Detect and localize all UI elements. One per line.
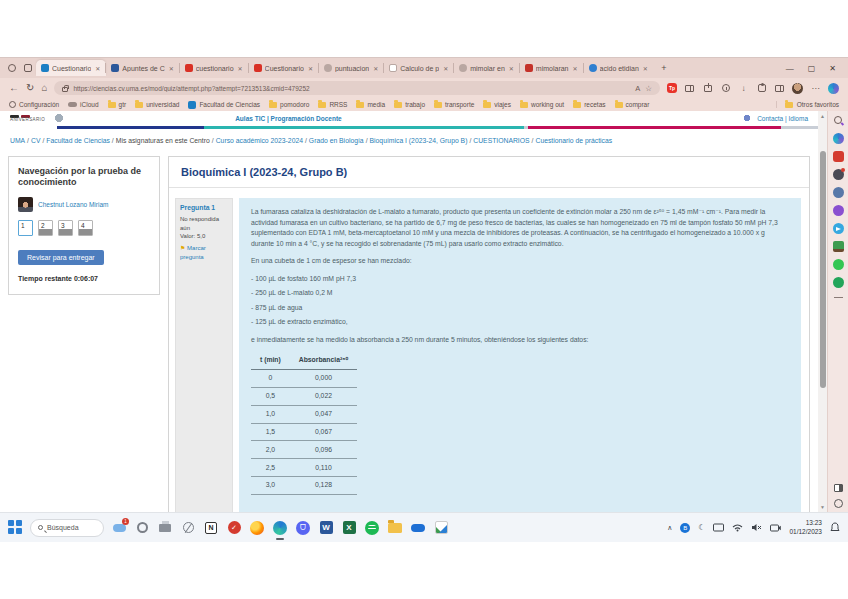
more-menu-icon[interactable]: ⋯ — [810, 83, 821, 94]
translate-icon[interactable]: Tp — [667, 83, 677, 93]
firefox-icon[interactable] — [249, 520, 265, 536]
breadcrumb-uma[interactable]: UMA — [10, 137, 25, 144]
bookmark-facultad-ciencias[interactable]: Facultad de Ciencias — [188, 101, 260, 109]
bookmark-folder-comprar[interactable]: comprar — [615, 101, 650, 108]
tab-mimolar[interactable]: mimolar en ✕ — [454, 60, 520, 76]
tab-close-icon[interactable]: ✕ — [572, 65, 579, 72]
contact-language-links[interactable]: Contacta | Idioma — [757, 115, 808, 122]
tab-close-icon[interactable]: ✕ — [508, 65, 515, 72]
sidebar-tree-icon[interactable] — [833, 241, 844, 252]
bookmark-folder-media[interactable]: media — [356, 101, 385, 108]
breadcrumb-curso[interactable]: Curso académico 2023-2024 — [216, 137, 303, 144]
sidebar-search-icon[interactable] — [833, 115, 844, 126]
security-icon[interactable]: ✓ — [226, 520, 242, 536]
back-icon[interactable]: ← — [9, 83, 19, 93]
clock[interactable]: 13:23 01/12/2023 — [789, 519, 822, 535]
wifi-icon[interactable] — [732, 523, 743, 532]
tab-actions-icon[interactable] — [22, 62, 34, 74]
tab-cuestionario-pdf2[interactable]: Cuestionario ✕ — [249, 60, 319, 76]
tab-close-icon[interactable]: ✕ — [237, 65, 244, 72]
sidebar-settings-icon[interactable] — [834, 499, 843, 508]
tab-close-icon[interactable]: ✕ — [168, 65, 175, 72]
bookmark-folder-rrss[interactable]: RRSS — [318, 101, 347, 108]
breadcrumb-grado[interactable]: Grado en Biología — [309, 137, 364, 144]
question-button-4[interactable]: 4 — [78, 220, 93, 236]
tab-close-icon[interactable]: ✕ — [372, 65, 379, 72]
sidebar-tools-icon[interactable] — [833, 169, 844, 180]
start-button[interactable] — [8, 520, 23, 535]
file-explorer-icon[interactable] — [387, 520, 403, 536]
bookmark-folder-universidad[interactable]: universidad — [135, 101, 179, 108]
bookmark-folder-viajes[interactable]: viajes — [483, 101, 511, 108]
read-aloud-icon[interactable]: A — [635, 84, 640, 93]
user-avatar[interactable] — [18, 197, 33, 212]
tab-acido[interactable]: acido etidian ✕ — [584, 60, 654, 76]
volume-muted-icon[interactable] — [751, 523, 762, 532]
tab-mimolaran[interactable]: mimolaran ✕ — [520, 60, 584, 76]
tab-close-icon[interactable]: ✕ — [442, 65, 449, 72]
question-button-1[interactable]: 1 — [18, 220, 33, 236]
copilot-icon[interactable] — [828, 83, 839, 94]
finish-attempt-button[interactable]: Revisar para entregar — [18, 250, 104, 265]
tab-close-icon[interactable]: ✕ — [94, 65, 101, 72]
camera-icon[interactable] — [770, 523, 781, 532]
collections-icon[interactable] — [702, 83, 713, 94]
minimize-button[interactable]: — — [786, 64, 794, 73]
tab-puntuacion[interactable]: puntuacion ✕ — [319, 60, 384, 76]
discord-icon[interactable]: ᗜ — [295, 520, 311, 536]
new-tab-button[interactable]: + — [657, 63, 671, 73]
downloads-icon[interactable]: ↓ — [738, 83, 749, 94]
favorite-star-icon[interactable]: ☆ — [645, 84, 652, 93]
tab-close-icon[interactable]: ✕ — [307, 65, 314, 72]
question-button-3[interactable]: 3 — [58, 220, 73, 236]
bookmark-folder-trabajo[interactable]: trabajo — [394, 101, 425, 108]
breadcrumb-facultad[interactable]: Facultad de Ciencias — [46, 137, 109, 144]
weather-widget-icon[interactable]: 1 — [111, 520, 127, 536]
sidebar-copilot-icon[interactable] — [833, 133, 844, 144]
sidebar-designer-icon[interactable] — [833, 187, 844, 198]
sidebar-whatsapp-icon[interactable] — [833, 259, 844, 270]
sidebar-games-icon[interactable] — [833, 205, 844, 216]
page-scrollbar[interactable]: ▲ ▼ — [818, 111, 827, 512]
extensions-icon[interactable] — [756, 83, 767, 94]
edge-icon-active[interactable] — [272, 520, 288, 536]
spotify-icon[interactable] — [364, 520, 380, 536]
maximize-button[interactable]: ▢ — [808, 64, 816, 73]
excel-icon[interactable]: X — [341, 520, 357, 536]
breadcrumb-cuestionarios[interactable]: CUESTIONARIOS — [473, 137, 529, 144]
split-screen-icon[interactable] — [684, 83, 695, 94]
tab-calculo[interactable]: Calculo de p ✕ — [384, 60, 454, 76]
flag-question-link[interactable]: ⚑ Marcar pregunta — [180, 244, 228, 261]
bookmark-folder-gtr[interactable]: gtr — [108, 101, 127, 108]
printer-icon[interactable] — [157, 520, 173, 536]
onedrive-icon[interactable] — [410, 520, 426, 536]
word-icon[interactable]: W — [318, 520, 334, 536]
tab-apuntes[interactable]: Apuntes de C ✕ — [106, 60, 179, 76]
profile-avatar[interactable] — [792, 83, 803, 94]
bookmark-icloud[interactable]: iCloud — [68, 101, 98, 108]
scroll-down-icon[interactable]: ▼ — [820, 502, 825, 512]
snipping-tool-icon[interactable] — [180, 520, 196, 536]
uma-header-links[interactable]: Aulas TIC | Programación Docente — [235, 115, 342, 122]
sidebar-panel-icon[interactable] — [834, 484, 843, 492]
sidebar-shopping-icon[interactable] — [833, 151, 844, 162]
notifications-bell-icon[interactable] — [830, 522, 840, 533]
refresh-icon[interactable]: ↻ — [26, 83, 34, 93]
tab-cuestionario-active[interactable]: Cuestionario ✕ — [36, 60, 106, 76]
notion-icon[interactable]: N — [203, 520, 219, 536]
user-name-link[interactable]: Chestnut Lozano Miriam — [38, 201, 108, 208]
taskbar-search-box[interactable]: Búsqueda — [30, 519, 104, 537]
bookmark-folder-transporte[interactable]: transporte — [434, 101, 474, 108]
bluetooth-icon[interactable]: B — [680, 523, 690, 533]
other-favorites[interactable]: Otros favoritos — [776, 101, 839, 108]
breadcrumb-cuestionario-practicas[interactable]: Cuestionario de prácticas — [535, 137, 612, 144]
bookmark-configuracion[interactable]: Configuración — [9, 101, 59, 108]
bookmark-folder-workingout[interactable]: working out — [520, 101, 564, 108]
url-text[interactable]: https://ciencias.cv.uma.es/mod/quiz/atte… — [73, 85, 630, 92]
tab-close-icon[interactable]: ✕ — [642, 65, 649, 72]
sidebar-phone-icon[interactable] — [833, 277, 844, 288]
bookmark-folder-recetas[interactable]: recetas — [573, 101, 605, 108]
address-bar[interactable]: https://ciencias.cv.uma.es/mod/quiz/atte… — [54, 81, 660, 95]
breadcrumb-mis-asignaturas[interactable]: Mis asignaturas en este Centro — [116, 137, 210, 144]
scroll-up-icon[interactable]: ▲ — [820, 111, 825, 121]
